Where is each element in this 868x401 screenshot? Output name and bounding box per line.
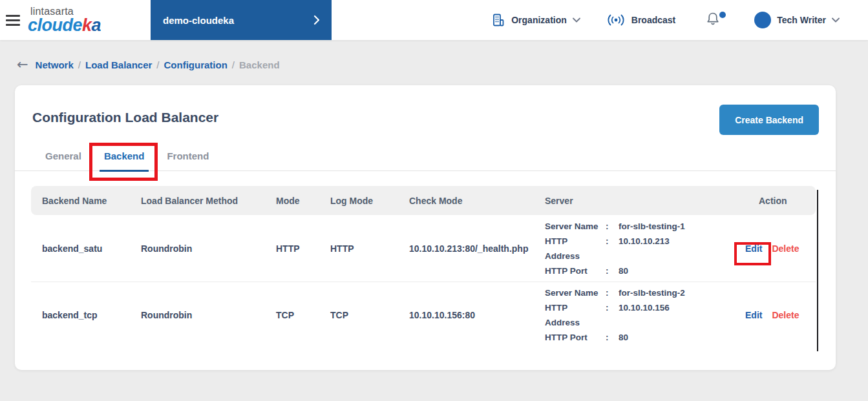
breadcrumb-separator: /	[78, 59, 81, 70]
cell-mode: TCP	[265, 310, 319, 320]
column-header-check-mode: Check Mode	[398, 196, 538, 206]
user-name: Tech Writer	[777, 15, 826, 25]
breadcrumb-link-network[interactable]: Network	[36, 59, 74, 70]
server-name-line: Server Name:for-slb-testing-2	[545, 285, 742, 300]
cell-method: Roundrobin	[130, 243, 265, 254]
cell-log-mode: TCP	[319, 310, 398, 320]
top-bar: lintasarta cloudeka demo-cloudeka O	[0, 0, 868, 40]
breadcrumb-current: Backend	[239, 59, 280, 70]
breadcrumb-separator: /	[156, 59, 159, 70]
project-name: demo-cloudeka	[163, 15, 234, 26]
card-header: Configuration Load Balancer Create Backe…	[15, 85, 836, 135]
organization-label: Organization	[511, 15, 567, 25]
chevron-right-icon	[313, 15, 320, 25]
cell-backend-name: backend_tcp	[31, 310, 130, 320]
cell-server-details: Server Name:for-slb-testing-1 HTTP Addre…	[538, 219, 742, 278]
backend-table: Backend Name Load Balancer Method Mode L…	[31, 186, 816, 348]
breadcrumb: ← Network / Load Balancer / Configuratio…	[17, 58, 868, 72]
organization-menu[interactable]: Organization	[491, 13, 580, 27]
notification-badge	[719, 12, 726, 18]
cell-actions: Edit Delete	[742, 243, 816, 254]
broadcast-menu[interactable]: Broadcast	[606, 14, 675, 26]
table-row: backend_tcp Roundrobin TCP TCP 10.10.10.…	[31, 282, 816, 348]
server-address-line: HTTP Address:10.10.10.156	[545, 300, 742, 330]
delete-link[interactable]: Delete	[772, 243, 799, 254]
breadcrumb-link-configuration[interactable]: Configuration	[164, 59, 228, 70]
column-header-server: Server	[538, 196, 742, 206]
hamburger-menu-icon[interactable]	[6, 12, 20, 28]
brand-logo: lintasarta cloudeka	[28, 6, 101, 34]
table-row: backend_satu Roundrobin HTTP HTTP 10.10.…	[31, 215, 816, 282]
column-header-backend-name: Backend Name	[31, 196, 130, 206]
table-header-row: Backend Name Load Balancer Method Mode L…	[31, 186, 816, 215]
top-bar-actions: Organization Broadcast	[491, 0, 868, 40]
column-header-mode: Mode	[265, 196, 319, 206]
server-port-line: HTTP Port:80	[545, 330, 742, 345]
cell-backend-name: backend_satu	[31, 243, 130, 254]
edit-link[interactable]: Edit	[745, 310, 762, 320]
cell-server-details: Server Name:for-slb-testing-2 HTTP Addre…	[538, 285, 742, 345]
breadcrumb-link-load-balancer[interactable]: Load Balancer	[85, 59, 152, 70]
edit-link[interactable]: Edit	[745, 243, 762, 254]
back-arrow-icon[interactable]: ←	[17, 58, 28, 72]
tab-general[interactable]: General	[41, 150, 86, 170]
tab-frontend[interactable]: Frontend	[162, 150, 213, 170]
server-name-line: Server Name:for-slb-testing-1	[545, 219, 742, 234]
cell-log-mode: HTTP	[319, 243, 398, 254]
create-backend-button[interactable]: Create Backend	[719, 105, 819, 135]
organization-building-icon	[491, 13, 505, 27]
column-header-method: Load Balancer Method	[130, 196, 265, 206]
tab-bar: General Backend Frontend	[15, 135, 836, 171]
broadcast-label: Broadcast	[631, 15, 675, 25]
project-selector[interactable]: demo-cloudeka	[151, 0, 332, 40]
cell-check-mode: 10.10.10.213:80/_health.php	[398, 243, 538, 254]
server-port-line: HTTP Port:80	[545, 263, 742, 278]
tab-backend[interactable]: Backend	[100, 150, 149, 172]
cell-mode: HTTP	[265, 243, 319, 254]
server-address-line: HTTP Address:10.10.10.213	[545, 234, 742, 263]
cell-actions: Edit Delete	[742, 310, 816, 320]
breadcrumb-separator: /	[232, 59, 235, 70]
chevron-down-icon	[832, 17, 840, 23]
delete-link[interactable]: Delete	[772, 310, 799, 320]
cell-check-mode: 10.10.10.156:80	[398, 310, 538, 320]
breadcrumb-items: Network / Load Balancer / Configuration …	[36, 59, 280, 70]
column-header-action: Action	[742, 196, 816, 206]
configuration-card: Configuration Load Balancer Create Backe…	[15, 85, 836, 370]
user-menu[interactable]: Tech Writer	[754, 12, 840, 28]
table-scrollbar[interactable]	[817, 190, 818, 351]
broadcast-icon	[606, 14, 626, 26]
column-header-log-mode: Log Mode	[319, 196, 398, 206]
chevron-down-icon	[573, 17, 580, 23]
brand-product-name: cloudeka	[28, 17, 101, 34]
cell-method: Roundrobin	[130, 310, 265, 320]
page-title: Configuration Load Balancer	[32, 105, 218, 125]
avatar	[754, 12, 771, 28]
bell-icon	[705, 10, 721, 28]
notifications-button[interactable]	[705, 10, 725, 30]
